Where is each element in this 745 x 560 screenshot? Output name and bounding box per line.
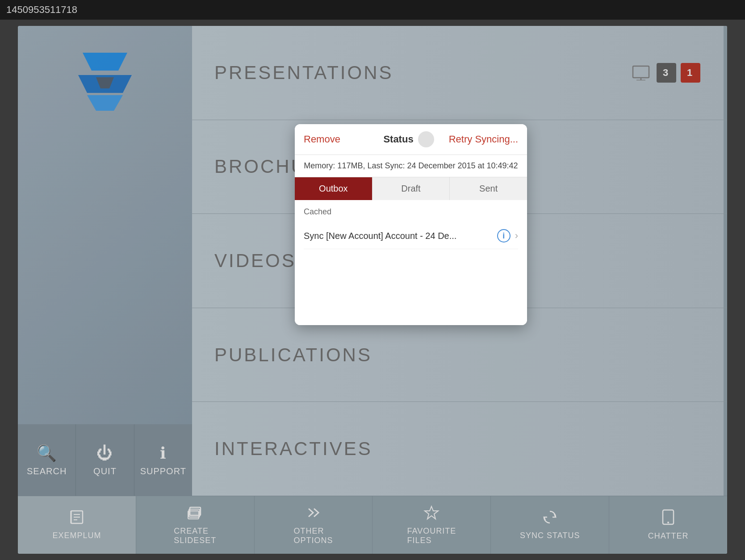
popup-tab-sent[interactable]: Sent [450, 177, 527, 200]
sync-item[interactable]: Sync [New Account] Account - 24 De... i … [304, 223, 518, 249]
sync-item-info-icon[interactable]: i [497, 229, 511, 242]
cached-label: Cached [304, 207, 518, 217]
popup-retry-button[interactable]: Retry Syncing... [439, 134, 518, 145]
main-container: 🔍 SEARCH ⏻ QUIT ℹ SUPPORT PRESENTATIONS [18, 26, 727, 554]
timestamp-label: 1450953511718 [6, 4, 77, 16]
popup-tab-draft[interactable]: Draft [372, 177, 450, 200]
popup-tabs: Outbox Draft Sent [295, 177, 527, 200]
popup-info: Memory: 117MB, Last Sync: 24 December 20… [295, 155, 527, 177]
title-bar: 1450953511718 [0, 0, 745, 20]
sync-item-chevron-icon: › [515, 230, 518, 242]
popup-tab-outbox[interactable]: Outbox [295, 177, 372, 200]
popup-remove-button[interactable]: Remove [304, 134, 383, 145]
popup-status-label: Status [383, 134, 413, 145]
sync-item-text: Sync [New Account] Account - 24 De... [304, 231, 497, 241]
sync-status-popup: Remove Status Retry Syncing... Memory: 1… [295, 124, 527, 325]
popup-body: Cached Sync [New Account] Account - 24 D… [295, 200, 527, 325]
popup-spinner [418, 131, 434, 147]
popup-overlay[interactable]: Remove Status Retry Syncing... Memory: 1… [18, 26, 727, 554]
popup-header: Remove Status Retry Syncing... [295, 124, 527, 155]
